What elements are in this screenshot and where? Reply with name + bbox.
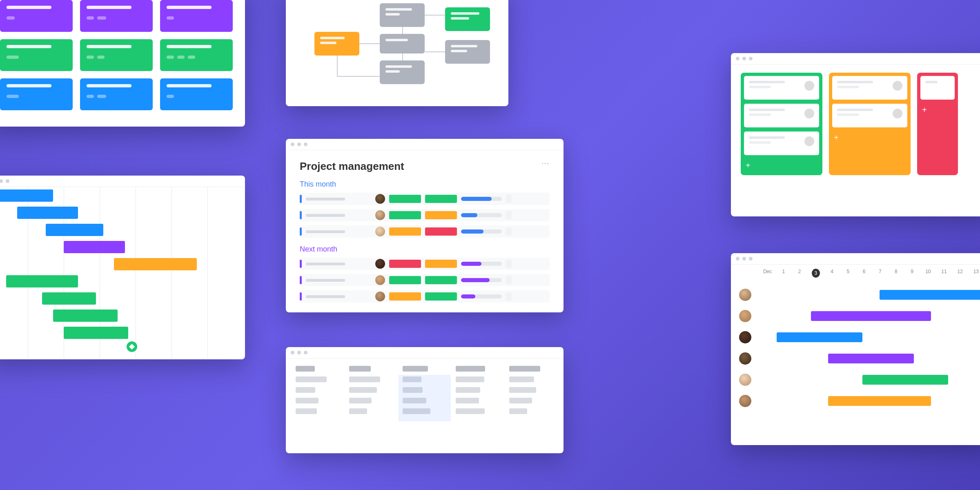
kanban-column[interactable]: + [741,73,822,175]
timeline-day-label[interactable]: 11 [936,269,952,278]
task-row[interactable] [300,193,550,205]
timeline-bar[interactable] [828,354,914,363]
flow-node[interactable] [380,60,425,84]
table-cell[interactable] [509,376,534,382]
assignee-avatar[interactable] [893,81,902,91]
timeline-day-label[interactable]: 9 [904,269,920,278]
gantt-bar[interactable] [0,189,53,202]
timeline-day-label[interactable]: 3 [812,269,820,278]
assignee-avatar[interactable] [804,109,814,118]
gantt-bar[interactable] [46,224,103,236]
timeline-day-label[interactable]: 2 [791,269,807,278]
table-cell[interactable] [509,408,527,414]
row-action[interactable] [506,260,512,268]
table-cell[interactable] [296,376,327,382]
flow-node[interactable] [445,40,490,64]
flow-node[interactable] [380,3,425,27]
timeline-day-label[interactable]: 12 [952,269,968,278]
status-tag[interactable] [425,260,457,268]
gantt-bar[interactable] [64,241,125,253]
table-cell[interactable] [296,387,315,393]
row-action[interactable] [506,227,512,236]
gantt-canvas[interactable] [0,187,245,359]
table-cell[interactable] [349,387,377,393]
row-action[interactable] [506,292,512,301]
add-card-button[interactable]: + [920,104,955,116]
table-cell[interactable] [296,408,317,414]
status-tag[interactable] [389,211,421,219]
assignee-avatar[interactable] [739,395,751,407]
task-row[interactable] [300,290,550,303]
grid-card[interactable] [160,0,233,32]
timeline-bar[interactable] [828,396,931,406]
flowchart-canvas[interactable] [286,0,508,105]
status-tag[interactable] [425,276,457,284]
assignee-avatar[interactable] [375,227,385,236]
gantt-bar[interactable] [6,275,78,287]
assignee-avatar[interactable] [804,136,814,146]
status-tag[interactable] [389,260,421,268]
row-action[interactable] [506,276,512,284]
timeline-bar[interactable] [811,311,931,321]
assignee-avatar[interactable] [739,289,751,301]
table-cell[interactable] [509,387,536,393]
table-cell[interactable] [456,408,485,414]
timeline-day-label[interactable]: 4 [824,269,840,278]
assignee-avatar[interactable] [804,81,814,91]
row-action[interactable] [506,195,512,203]
kanban-card[interactable] [744,104,819,127]
timeline-bar[interactable] [862,375,948,385]
grid-card[interactable] [80,0,153,32]
kanban-card[interactable] [744,76,819,100]
grid-card[interactable] [160,39,233,71]
add-card-button[interactable]: + [832,131,907,144]
assignee-avatar[interactable] [739,374,751,386]
timeline-day-label[interactable]: 13 [968,269,980,278]
table-cell[interactable] [349,376,380,382]
timeline-day-label[interactable]: 5 [840,269,856,278]
status-tag[interactable] [389,227,421,236]
kanban-board[interactable]: +++ [731,65,980,183]
task-row[interactable] [300,258,550,270]
assignee-avatar[interactable] [375,275,385,285]
status-tag[interactable] [425,211,457,219]
table-header-cell[interactable] [349,366,371,372]
status-tag[interactable] [425,292,457,301]
kanban-column[interactable]: + [917,73,958,175]
table-header-cell[interactable] [456,366,485,372]
gantt-bar[interactable] [42,292,96,305]
add-card-button[interactable]: + [744,159,819,172]
kanban-card[interactable] [832,104,907,127]
status-tag[interactable] [389,292,421,301]
grid-card[interactable] [160,78,233,110]
grid-card[interactable] [80,39,153,71]
timeline-day-label[interactable]: 10 [920,269,936,278]
assignee-avatar[interactable] [375,210,385,220]
kanban-card[interactable] [744,131,819,155]
grid-card[interactable] [0,0,73,32]
grid-card[interactable] [0,39,73,71]
gantt-bar[interactable] [114,258,196,270]
status-tag[interactable] [389,195,421,203]
kanban-card[interactable] [832,76,907,100]
row-action[interactable] [506,211,512,219]
timeline-day-label[interactable]: 1 [775,269,791,278]
flow-node[interactable] [445,7,490,31]
table-body[interactable] [286,359,564,421]
timeline-day-label[interactable]: 7 [872,269,888,278]
timeline-day-label[interactable]: 8 [888,269,904,278]
table-cell[interactable] [296,398,318,403]
table-cell[interactable] [456,376,484,382]
task-row[interactable] [300,225,550,238]
section-header[interactable]: This month [300,180,550,189]
task-row[interactable] [300,274,550,286]
grid-card[interactable] [80,78,153,110]
table-cell[interactable] [349,398,372,403]
timeline-bar[interactable] [777,332,862,342]
assignee-avatar[interactable] [375,259,385,269]
assignee-avatar[interactable] [375,194,385,204]
kanban-card[interactable] [920,76,955,100]
status-tag[interactable] [425,227,457,236]
status-tag[interactable] [389,276,421,284]
gantt-bar[interactable] [17,207,78,219]
